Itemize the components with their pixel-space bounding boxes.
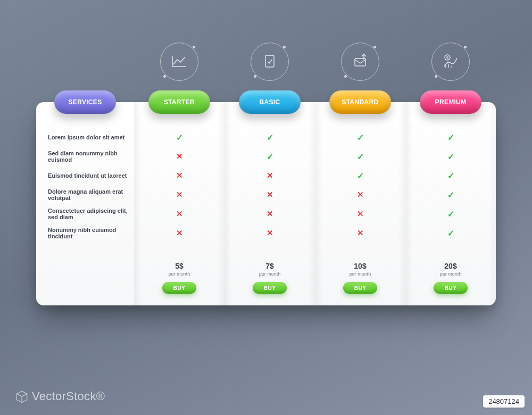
feature-value: ✕ [225,204,315,223]
services-column: Services Lorem ipsum dolor sit ametSed d… [36,102,134,305]
feature-value: ✓ [405,204,496,223]
feature-value: ✓ [405,185,496,204]
cross-icon: ✕ [357,209,364,219]
price: 20$ [405,262,496,270]
feature-label: Nonummy nibh euismod tincidunt [36,223,134,243]
plan-column-starter: Starter✓✕✕✕✕✕5$per monthBuy [134,102,225,305]
services-label: Services [69,98,102,106]
feature-value: ✕ [134,223,225,243]
svg-text:$: $ [446,56,448,60]
price: 10$ [315,262,405,270]
buy-button[interactable]: Buy [434,282,468,294]
plan-tab-basic[interactable]: Basic [239,90,301,114]
feature-value: ✓ [315,166,405,185]
check-icon: ✓ [176,132,183,143]
cross-icon: ✕ [357,228,364,238]
price-block: 10$per monthBuy [315,262,405,294]
check-icon: ✓ [357,152,364,162]
feature-value: ✕ [315,204,405,223]
check-icon: ✓ [447,228,454,238]
plan-column-standard: Standard✓✓✓✕✕✕10$per monthBuy [315,102,405,305]
services-tab: Services [54,90,116,114]
feature-label: Dolore magna aliquam erat volutpat [36,185,134,204]
cross-icon: ✕ [267,190,273,200]
plan-column-basic: Basic✓✓✕✕✕✕7$per monthBuy [225,102,315,305]
cross-icon: ✕ [267,171,273,180]
per-label: per month [225,271,315,277]
feature-value: ✓ [405,166,496,185]
feature-value: ✓ [405,128,496,147]
buy-button[interactable]: Buy [162,282,196,294]
per-label: per month [405,271,496,277]
pricing-table: Services Lorem ipsum dolor sit ametSed d… [36,102,496,305]
check-icon: ✓ [447,190,454,200]
feature-value: ✕ [134,185,225,204]
check-icon: ✓ [357,132,364,143]
feature-value: ✓ [225,128,315,147]
per-label: per month [134,271,225,277]
check-icon: ✓ [267,152,273,162]
document-check-icon [251,43,289,81]
check-icon: ✓ [447,132,454,143]
price: 7$ [225,262,315,270]
feature-value: ✕ [225,185,315,204]
plan-icon-row: $ [0,43,532,81]
per-label: per month [315,271,405,277]
feature-label: Euismod tincidunt ut laoreet [36,166,134,185]
plan-column-premium: Premium✓✓✓✓✓✓20$per monthBuy [405,102,496,305]
plan-tab-starter[interactable]: Starter [148,90,210,114]
cross-icon: ✕ [176,209,183,219]
feature-value: ✓ [315,147,405,166]
cross-icon: ✕ [176,171,183,180]
feature-label: Sed diam nonummy nibh euismod [36,147,134,166]
feature-value: ✓ [315,128,405,147]
feature-value: ✓ [225,147,315,166]
price-block: 7$per monthBuy [225,262,315,294]
buy-button[interactable]: Buy [343,282,377,294]
image-id-badge: 24807124 [483,395,525,408]
cross-icon: ✕ [176,228,183,238]
check-icon: ✓ [357,171,364,181]
feature-label: Lorem ipsum dolor sit amet [36,128,134,147]
feature-value: ✕ [225,166,315,185]
mail-send-icon [341,43,379,81]
cross-icon: ✕ [267,209,273,219]
plan-tab-premium[interactable]: Premium [420,90,481,114]
check-icon: ✓ [447,209,454,219]
feature-value: ✕ [315,185,405,204]
buy-button[interactable]: Buy [253,282,287,294]
chart-line-icon [160,43,198,81]
svg-rect-0 [265,55,274,67]
feature-value: ✓ [405,223,496,243]
feature-value: ✕ [134,147,225,166]
cross-icon: ✕ [176,190,183,200]
feature-value: ✕ [134,204,225,223]
feature-label: Consectetuer adipiscing elit, sed diam [36,204,134,223]
feature-value: ✕ [134,166,225,185]
check-icon: ✓ [447,171,454,181]
watermark: VectorStock® [15,389,105,403]
check-icon: ✓ [267,132,273,143]
feature-value: ✕ [225,223,315,243]
svg-rect-1 [355,59,365,66]
cross-icon: ✕ [357,190,364,200]
plan-tab-standard[interactable]: Standard [329,90,391,114]
cross-icon: ✕ [176,152,183,161]
price: 5$ [134,262,225,270]
watermark-text: VectorStock® [32,389,105,403]
feature-value: ✕ [315,223,405,243]
feature-value: ✓ [405,147,496,166]
price-block: 20$per monthBuy [405,262,496,294]
price-block: 5$per monthBuy [134,262,225,294]
cross-icon: ✕ [267,228,273,238]
check-icon: ✓ [447,152,454,162]
growth-dollar-icon: $ [431,43,470,81]
feature-value: ✓ [134,128,225,147]
